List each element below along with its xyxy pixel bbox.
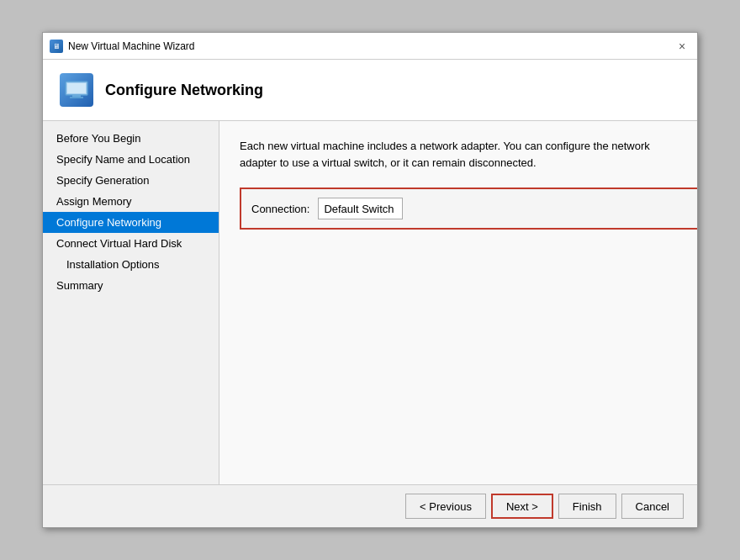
title-bar-text: New Virtual Machine Wizard: [68, 40, 195, 52]
title-bar-icon: 🖥: [50, 40, 63, 53]
svg-rect-1: [67, 83, 86, 93]
sidebar-item-connect-virtual-hard-disk[interactable]: Connect Virtual Hard Disk: [43, 233, 219, 254]
sidebar: Before You BeginSpecify Name and Locatio…: [43, 121, 219, 484]
title-bar: 🖥 New Virtual Machine Wizard ×: [43, 33, 697, 60]
header-icon: [60, 73, 93, 107]
body: Before You BeginSpecify Name and Locatio…: [43, 121, 697, 484]
title-bar-left: 🖥 New Virtual Machine Wizard: [50, 40, 195, 53]
content-area: Each new virtual machine includes a netw…: [219, 121, 697, 484]
finish-button[interactable]: Finish: [558, 494, 616, 519]
connection-box: Connection: Default SwitchNot Connected: [240, 188, 697, 230]
page-header: Configure Networking: [43, 60, 697, 121]
svg-rect-3: [70, 97, 83, 98]
dialog-window: 🖥 New Virtual Machine Wizard × Configure…: [42, 32, 698, 528]
footer: < Previous Next > Finish Cancel: [43, 484, 697, 527]
next-button[interactable]: Next >: [491, 494, 553, 519]
previous-button[interactable]: < Previous: [405, 494, 486, 519]
connection-select[interactable]: Default SwitchNot Connected: [318, 198, 403, 219]
connection-label: Connection:: [251, 203, 309, 215]
sidebar-item-before-you-begin[interactable]: Before You Begin: [43, 128, 219, 149]
page-title: Configure Networking: [105, 82, 263, 99]
close-button[interactable]: ×: [674, 38, 690, 55]
connection-select-wrapper[interactable]: Default SwitchNot Connected: [318, 198, 697, 219]
sidebar-item-installation-options[interactable]: Installation Options: [43, 254, 219, 275]
sidebar-item-specify-name-and-location[interactable]: Specify Name and Location: [43, 149, 219, 170]
description-text: Each new virtual machine includes a netw…: [240, 138, 677, 171]
cancel-button[interactable]: Cancel: [621, 494, 684, 519]
sidebar-item-configure-networking[interactable]: Configure Networking: [43, 212, 219, 233]
sidebar-item-assign-memory[interactable]: Assign Memory: [43, 191, 219, 212]
sidebar-item-specify-generation[interactable]: Specify Generation: [43, 170, 219, 191]
sidebar-item-summary[interactable]: Summary: [43, 275, 219, 296]
